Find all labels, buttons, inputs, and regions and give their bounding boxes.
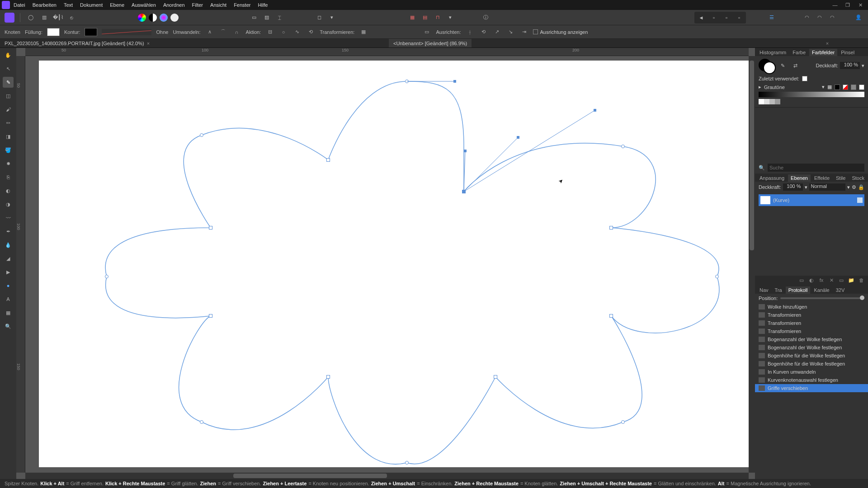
layers-mini-4-icon[interactable]: ✕ bbox=[828, 277, 835, 284]
align-1-icon[interactable]: ⟊ bbox=[465, 28, 474, 36]
curve-node[interactable] bbox=[209, 314, 212, 318]
history-item[interactable]: Transformieren bbox=[755, 311, 868, 319]
gradient-strip[interactable] bbox=[759, 92, 864, 97]
sw-gray[interactable] bbox=[851, 84, 856, 90]
fill-swatch[interactable] bbox=[47, 28, 60, 36]
nav-c-icon[interactable]: ▫ bbox=[734, 13, 744, 23]
fill-tool-icon[interactable]: 🪣 bbox=[3, 145, 14, 155]
tab-farbfelder[interactable]: Farbfelder bbox=[809, 49, 837, 56]
cloud1-icon[interactable]: ◠ bbox=[802, 13, 812, 23]
text-tool-icon[interactable]: A bbox=[3, 294, 14, 305]
selection-rect-icon[interactable]: ▭ bbox=[249, 13, 259, 23]
menu-ansicht[interactable]: Ansicht bbox=[210, 2, 226, 8]
history-item[interactable]: Bogenanzahl der Wolke festlegen bbox=[755, 343, 868, 352]
menu-dokument[interactable]: Dokument bbox=[80, 2, 103, 8]
move-tool-icon[interactable]: ↖ bbox=[3, 63, 14, 74]
persona-icon[interactable]: ▥ bbox=[39, 13, 49, 23]
doc-tab-2-close-icon[interactable]: × bbox=[826, 41, 829, 46]
doc-tab-1-close-icon[interactable]: × bbox=[147, 41, 150, 46]
play-tool-icon[interactable]: ▶ bbox=[3, 267, 14, 277]
curve-node[interactable] bbox=[105, 275, 108, 278]
color-wheel-icon[interactable] bbox=[138, 14, 146, 22]
tab-stock[interactable]: Stock bbox=[849, 174, 867, 182]
history-item[interactable]: Wolke hinzufügen bbox=[755, 303, 868, 311]
layer-lock-icon[interactable]: 🔒 bbox=[858, 184, 864, 190]
dropper-tool-icon[interactable]: 💧 bbox=[3, 239, 14, 250]
align-3-icon[interactable]: ↗ bbox=[492, 28, 501, 36]
curve-node[interactable] bbox=[405, 80, 409, 83]
bezier-handle[interactable] bbox=[594, 109, 596, 112]
dodge-tool-icon[interactable]: ◐ bbox=[3, 185, 14, 196]
layers-mini-5-icon[interactable]: ▭ bbox=[838, 277, 844, 284]
account-icon[interactable]: 👤 bbox=[854, 13, 863, 23]
recent-swatch[interactable] bbox=[802, 76, 807, 81]
mesh-tool-icon[interactable]: ▦ bbox=[3, 307, 14, 318]
history-item[interactable]: Bogenhöhe für die Wolke festlegen bbox=[755, 352, 868, 360]
transform-mode-icon[interactable]: ▦ bbox=[359, 28, 368, 36]
live-preview-icon[interactable]: ◯ bbox=[26, 13, 36, 23]
history-item[interactable]: Bogenanzahl der Wolke festlegen bbox=[755, 335, 868, 343]
info-icon[interactable]: ⓘ bbox=[481, 13, 491, 23]
cloud3-icon[interactable]: ◠ bbox=[827, 13, 837, 23]
pencil-tool-icon[interactable]: ✏ bbox=[3, 117, 14, 128]
blank-circle-icon[interactable] bbox=[170, 14, 179, 22]
palette-grid-icon[interactable]: ▦ bbox=[827, 84, 832, 90]
stroke-swatch[interactable] bbox=[85, 28, 97, 36]
tab-pinsel[interactable]: Pinsel bbox=[838, 49, 857, 56]
history-slider[interactable] bbox=[780, 297, 864, 299]
smudge-tool-icon[interactable]: 〰 bbox=[3, 212, 14, 223]
layers-mini-1-icon[interactable]: ▭ bbox=[798, 277, 805, 284]
convert-sharp-icon[interactable]: ∧ bbox=[205, 28, 214, 36]
opacity-dd-icon[interactable]: ▾ bbox=[862, 63, 864, 69]
burn-tool-icon[interactable]: ◑ bbox=[3, 199, 14, 210]
node-tool-icon[interactable]: ✎ bbox=[3, 77, 14, 88]
menu-ebene[interactable]: Ebene bbox=[110, 2, 124, 8]
tab-tra[interactable]: Tra bbox=[772, 286, 785, 294]
doc-tab-1[interactable]: PXL_20230105_140800269.PORTRAIT.jpg [Geä… bbox=[0, 39, 154, 47]
grid2-icon[interactable]: ▤ bbox=[420, 13, 430, 23]
sw-white[interactable] bbox=[859, 84, 864, 90]
curve-node[interactable] bbox=[609, 314, 613, 318]
layers-mini-7-icon[interactable]: 🗑 bbox=[858, 277, 864, 284]
history-item[interactable]: Kurvenknotenauswahl festlegen bbox=[755, 376, 868, 384]
nav-b-icon[interactable]: ▫ bbox=[722, 13, 731, 23]
tab-effekte[interactable]: Effekte bbox=[811, 174, 832, 182]
tab-protokoll[interactable]: Protokoll bbox=[786, 286, 811, 294]
curve-node[interactable] bbox=[200, 133, 203, 137]
vector-path[interactable] bbox=[39, 61, 749, 467]
stroke-preview[interactable] bbox=[102, 29, 151, 35]
healing-tool-icon[interactable]: ✹ bbox=[3, 158, 14, 169]
curve-node[interactable] bbox=[209, 226, 212, 230]
history-item[interactable]: Bogenhöhe für die Wolke festlegen bbox=[755, 360, 868, 368]
swap-color-icon[interactable]: ⇄ bbox=[790, 61, 800, 70]
menu-datei[interactable]: Datei bbox=[14, 2, 25, 8]
palette-dd-icon[interactable]: ▸ bbox=[759, 84, 761, 90]
magnet-icon[interactable]: ⊓ bbox=[433, 13, 443, 23]
curve-node-selected[interactable] bbox=[462, 190, 466, 193]
tab-kanaele[interactable]: Kanäle bbox=[811, 286, 832, 294]
palette-opts-icon[interactable]: ▾ bbox=[822, 84, 825, 90]
clone-tool-icon[interactable]: ⎘ bbox=[3, 172, 14, 183]
tab-histogramm[interactable]: Histogramm bbox=[757, 49, 789, 56]
sw-black[interactable] bbox=[835, 84, 840, 90]
curve-node[interactable] bbox=[326, 158, 330, 162]
eyedropper-icon[interactable]: ✎ bbox=[778, 61, 788, 70]
history-item[interactable]: Transformieren bbox=[755, 319, 868, 327]
search-input[interactable] bbox=[768, 164, 864, 172]
history-item[interactable]: In Kurven umwandeln bbox=[755, 368, 868, 376]
brush-tool-icon[interactable]: 🖌 bbox=[3, 104, 14, 115]
transform-extra-icon[interactable]: ▭ bbox=[422, 28, 431, 36]
curve-node[interactable] bbox=[405, 461, 409, 465]
layer-opacity-value[interactable]: 100 % bbox=[783, 183, 803, 191]
eraser-tool-icon[interactable]: ◨ bbox=[3, 131, 14, 142]
convert-smart-icon[interactable]: ∩ bbox=[232, 28, 241, 36]
gradient-tool-icon[interactable]: ◢ bbox=[3, 253, 14, 264]
curve-node[interactable] bbox=[609, 226, 613, 230]
crop-tool-icon[interactable]: ◫ bbox=[3, 90, 14, 101]
blend-dd-icon[interactable]: ▾ bbox=[847, 184, 850, 190]
grid-icon[interactable]: ▦ bbox=[407, 13, 417, 23]
dropdown-icon[interactable]: ▾ bbox=[327, 13, 337, 23]
curve-node[interactable] bbox=[494, 375, 497, 379]
align-4-icon[interactable]: ↘ bbox=[506, 28, 515, 36]
tab-stile[interactable]: Stile bbox=[833, 174, 848, 182]
